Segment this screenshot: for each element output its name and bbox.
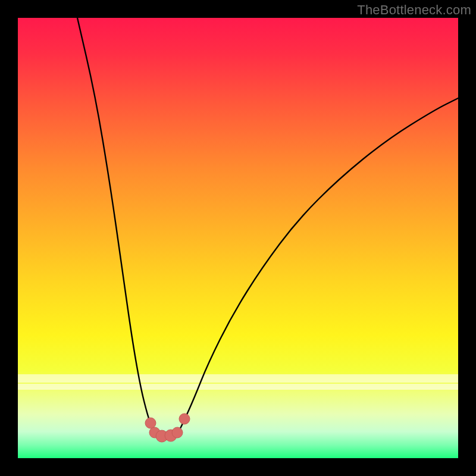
marker-dot-4	[172, 427, 183, 438]
bottleneck-curve	[18, 18, 458, 458]
marker-dots	[145, 414, 190, 442]
marker-dot-0	[145, 418, 156, 428]
marker-dot-5	[179, 414, 190, 424]
plot-area	[18, 18, 458, 458]
watermark-text: TheBottleneck.com	[357, 2, 471, 18]
curve-right-path	[177, 98, 458, 434]
curve-left-path	[77, 18, 156, 435]
